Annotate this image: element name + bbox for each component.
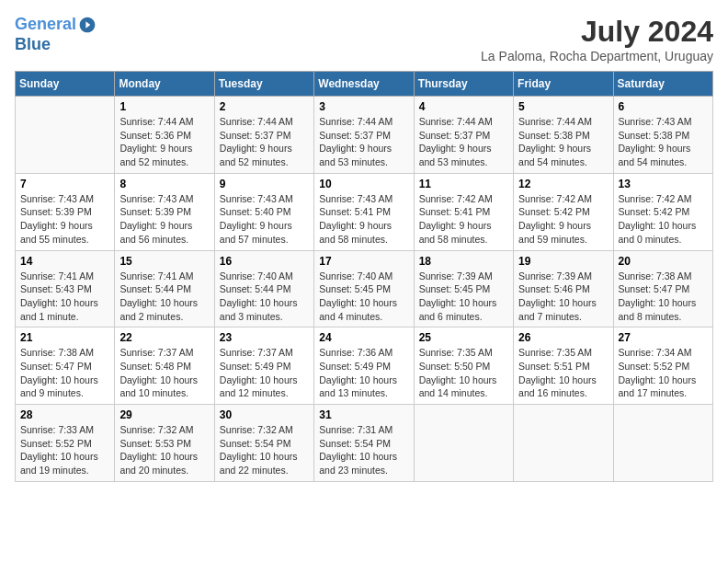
day-number: 31 [319, 408, 408, 421]
calendar-cell: 17Sunrise: 7:40 AM Sunset: 5:45 PM Dayli… [314, 250, 414, 327]
day-info: Sunrise: 7:35 AM Sunset: 5:51 PM Dayligh… [518, 346, 608, 400]
day-number: 2 [220, 100, 309, 113]
day-number: 20 [619, 255, 708, 268]
day-number: 12 [518, 178, 608, 190]
day-of-week-header: Thursday [414, 72, 513, 97]
day-info: Sunrise: 7:39 AM Sunset: 5:45 PM Dayligh… [419, 270, 508, 324]
day-number: 19 [518, 255, 608, 268]
calendar-cell: 15Sunrise: 7:41 AM Sunset: 5:44 PM Dayli… [115, 250, 214, 327]
day-number: 5 [518, 100, 608, 113]
day-info: Sunrise: 7:42 AM Sunset: 5:42 PM Dayligh… [619, 192, 708, 247]
day-info: Sunrise: 7:33 AM Sunset: 5:52 PM Dayligh… [20, 423, 109, 477]
calendar-cell: 25Sunrise: 7:35 AM Sunset: 5:50 PM Dayli… [414, 327, 513, 405]
day-number: 23 [220, 331, 309, 344]
day-of-week-header: Monday [115, 72, 214, 97]
day-info: Sunrise: 7:34 AM Sunset: 5:52 PM Dayligh… [619, 346, 708, 400]
calendar-cell: 6Sunrise: 7:43 AM Sunset: 5:38 PM Daylig… [613, 97, 712, 174]
day-number: 8 [119, 178, 209, 190]
day-number: 17 [319, 255, 408, 268]
calendar-cell: 3Sunrise: 7:44 AM Sunset: 5:37 PM Daylig… [314, 97, 414, 174]
calendar-cell: 18Sunrise: 7:39 AM Sunset: 5:45 PM Dayli… [414, 250, 513, 327]
calendar-cell [16, 97, 115, 174]
calendar-cell: 2Sunrise: 7:44 AM Sunset: 5:37 PM Daylig… [214, 97, 313, 174]
day-number: 10 [319, 178, 408, 190]
day-info: Sunrise: 7:43 AM Sunset: 5:38 PM Dayligh… [619, 115, 708, 169]
calendar-cell: 14Sunrise: 7:41 AM Sunset: 5:43 PM Dayli… [16, 250, 115, 327]
calendar-cell: 19Sunrise: 7:39 AM Sunset: 5:46 PM Dayli… [514, 250, 613, 327]
day-info: Sunrise: 7:42 AM Sunset: 5:42 PM Dayligh… [518, 192, 608, 247]
calendar-cell [414, 405, 513, 482]
calendar-cell: 20Sunrise: 7:38 AM Sunset: 5:47 PM Dayli… [613, 250, 712, 327]
calendar-cell: 23Sunrise: 7:37 AM Sunset: 5:49 PM Dayli… [214, 327, 313, 405]
day-info: Sunrise: 7:41 AM Sunset: 5:44 PM Dayligh… [119, 270, 209, 324]
calendar-cell: 4Sunrise: 7:44 AM Sunset: 5:37 PM Daylig… [414, 97, 513, 174]
day-info: Sunrise: 7:31 AM Sunset: 5:54 PM Dayligh… [319, 423, 408, 477]
logo-text: General Blue [15, 15, 97, 54]
calendar-cell: 16Sunrise: 7:40 AM Sunset: 5:44 PM Dayli… [214, 250, 313, 327]
day-info: Sunrise: 7:32 AM Sunset: 5:54 PM Dayligh… [220, 423, 309, 477]
calendar-cell: 31Sunrise: 7:31 AM Sunset: 5:54 PM Dayli… [314, 405, 414, 482]
calendar-week-row: 28Sunrise: 7:33 AM Sunset: 5:52 PM Dayli… [16, 405, 713, 482]
calendar-cell: 7Sunrise: 7:43 AM Sunset: 5:39 PM Daylig… [16, 173, 115, 250]
title-block: July 2024 La Paloma, Rocha Department, U… [481, 15, 713, 63]
day-info: Sunrise: 7:44 AM Sunset: 5:37 PM Dayligh… [419, 115, 508, 169]
day-of-week-header: Saturday [613, 72, 712, 97]
day-info: Sunrise: 7:44 AM Sunset: 5:36 PM Dayligh… [119, 115, 209, 169]
day-info: Sunrise: 7:35 AM Sunset: 5:50 PM Dayligh… [419, 346, 508, 400]
day-number: 28 [20, 408, 109, 421]
day-info: Sunrise: 7:38 AM Sunset: 5:47 PM Dayligh… [20, 346, 109, 400]
day-number: 18 [419, 255, 508, 268]
calendar-week-row: 1Sunrise: 7:44 AM Sunset: 5:36 PM Daylig… [16, 97, 713, 174]
day-number: 11 [419, 178, 508, 190]
calendar-cell: 1Sunrise: 7:44 AM Sunset: 5:36 PM Daylig… [115, 97, 214, 174]
day-number: 16 [220, 255, 309, 268]
day-info: Sunrise: 7:42 AM Sunset: 5:41 PM Dayligh… [419, 192, 508, 247]
day-info: Sunrise: 7:37 AM Sunset: 5:49 PM Dayligh… [220, 346, 309, 400]
day-info: Sunrise: 7:44 AM Sunset: 5:37 PM Dayligh… [220, 115, 309, 169]
day-number: 13 [619, 178, 708, 190]
calendar-cell: 11Sunrise: 7:42 AM Sunset: 5:41 PM Dayli… [414, 173, 513, 250]
calendar-week-row: 7Sunrise: 7:43 AM Sunset: 5:39 PM Daylig… [16, 173, 713, 250]
day-info: Sunrise: 7:43 AM Sunset: 5:39 PM Dayligh… [20, 192, 109, 247]
logo: General Blue [15, 15, 97, 54]
calendar-cell: 22Sunrise: 7:37 AM Sunset: 5:48 PM Dayli… [115, 327, 214, 405]
day-number: 25 [419, 331, 508, 344]
calendar-cell: 13Sunrise: 7:42 AM Sunset: 5:42 PM Dayli… [613, 173, 712, 250]
calendar-week-row: 21Sunrise: 7:38 AM Sunset: 5:47 PM Dayli… [16, 327, 713, 405]
calendar-cell: 12Sunrise: 7:42 AM Sunset: 5:42 PM Dayli… [514, 173, 613, 250]
day-number: 6 [619, 100, 708, 113]
day-number: 7 [20, 178, 109, 190]
day-number: 22 [119, 331, 209, 344]
day-info: Sunrise: 7:43 AM Sunset: 5:40 PM Dayligh… [220, 192, 309, 247]
calendar-cell: 28Sunrise: 7:33 AM Sunset: 5:52 PM Dayli… [16, 405, 115, 482]
day-number: 30 [220, 408, 309, 421]
day-info: Sunrise: 7:43 AM Sunset: 5:41 PM Dayligh… [319, 192, 408, 247]
calendar-cell: 24Sunrise: 7:36 AM Sunset: 5:49 PM Dayli… [314, 327, 414, 405]
day-number: 24 [319, 331, 408, 344]
day-of-week-header: Sunday [16, 72, 115, 97]
calendar-cell: 5Sunrise: 7:44 AM Sunset: 5:38 PM Daylig… [514, 97, 613, 174]
calendar-header: SundayMondayTuesdayWednesdayThursdayFrid… [16, 72, 713, 97]
location: La Paloma, Rocha Department, Uruguay [481, 49, 713, 63]
day-info: Sunrise: 7:44 AM Sunset: 5:37 PM Dayligh… [319, 115, 408, 169]
calendar-cell: 8Sunrise: 7:43 AM Sunset: 5:39 PM Daylig… [115, 173, 214, 250]
calendar-cell: 10Sunrise: 7:43 AM Sunset: 5:41 PM Dayli… [314, 173, 414, 250]
day-number: 3 [319, 100, 408, 113]
calendar-week-row: 14Sunrise: 7:41 AM Sunset: 5:43 PM Dayli… [16, 250, 713, 327]
day-info: Sunrise: 7:39 AM Sunset: 5:46 PM Dayligh… [518, 270, 608, 324]
calendar-cell: 30Sunrise: 7:32 AM Sunset: 5:54 PM Dayli… [214, 405, 313, 482]
day-of-week-header: Friday [514, 72, 613, 97]
day-of-week-header: Tuesday [214, 72, 313, 97]
day-info: Sunrise: 7:36 AM Sunset: 5:49 PM Dayligh… [319, 346, 408, 400]
page-header: General Blue July 2024 La Paloma, Rocha … [15, 15, 713, 63]
day-number: 1 [119, 100, 209, 113]
day-number: 15 [119, 255, 209, 268]
calendar-cell: 26Sunrise: 7:35 AM Sunset: 5:51 PM Dayli… [514, 327, 613, 405]
day-info: Sunrise: 7:41 AM Sunset: 5:43 PM Dayligh… [20, 270, 109, 324]
calendar-cell [613, 405, 712, 482]
day-number: 29 [119, 408, 209, 421]
day-number: 21 [20, 331, 109, 344]
day-number: 4 [419, 100, 508, 113]
day-number: 14 [20, 255, 109, 268]
month-year: July 2024 [481, 15, 713, 49]
